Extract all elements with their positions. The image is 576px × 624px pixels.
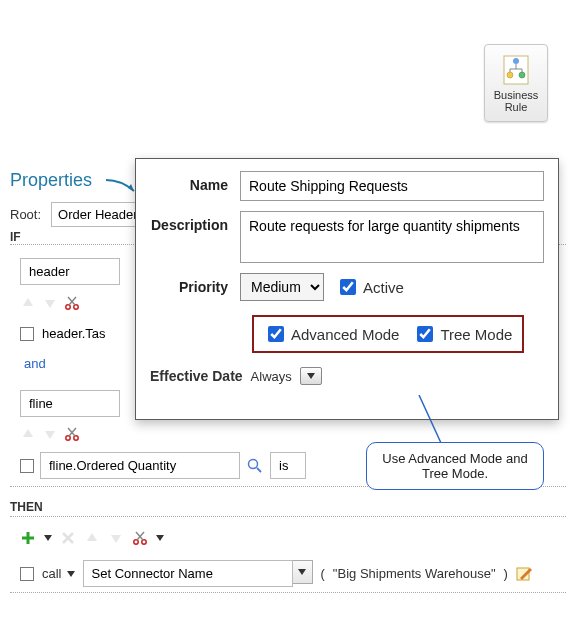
divider — [10, 592, 566, 593]
checkbox[interactable] — [20, 459, 34, 473]
edit-icon[interactable] — [516, 566, 532, 582]
action-dropdown-button[interactable] — [293, 560, 313, 584]
svg-point-6 — [507, 72, 513, 78]
move-up-icon[interactable] — [20, 295, 36, 311]
svg-line-17 — [257, 468, 261, 472]
condition-fline-input[interactable] — [20, 390, 120, 417]
root-input[interactable] — [51, 202, 146, 227]
business-rule-tile[interactable]: BusinessRule — [484, 44, 548, 122]
then-section-label: THEN — [10, 500, 43, 514]
rule-name-input[interactable] — [240, 171, 544, 201]
action-name-input[interactable] — [83, 560, 293, 587]
advanced-mode-wrapper[interactable]: Advanced Mode — [264, 323, 399, 345]
add-dropdown-icon[interactable] — [44, 535, 52, 541]
advanced-mode-label: Advanced Mode — [291, 326, 399, 343]
cut-icon[interactable] — [132, 530, 148, 546]
rule-description-input[interactable] — [240, 211, 544, 263]
callout-text: Use Advanced Mode and Tree Mode. — [382, 451, 527, 481]
svg-line-11 — [68, 297, 75, 305]
svg-line-24 — [137, 532, 144, 540]
delete-icon[interactable] — [60, 530, 76, 546]
effective-date-label: Effective Date — [150, 368, 243, 384]
checkbox[interactable] — [20, 567, 34, 581]
search-icon[interactable] — [246, 457, 264, 475]
properties-arrow-icon — [104, 176, 138, 196]
call-dropdown[interactable]: call — [42, 566, 75, 581]
properties-heading: Properties — [10, 170, 92, 191]
mode-highlight-box: Advanced Mode Tree Mode — [252, 315, 524, 353]
close-paren: ) — [504, 566, 508, 581]
open-paren: ( — [321, 566, 325, 581]
add-icon[interactable] — [20, 530, 36, 546]
svg-rect-19 — [22, 537, 34, 540]
condition-header-input[interactable] — [20, 258, 120, 285]
svg-point-1 — [513, 58, 519, 64]
priority-label: Priority — [150, 279, 240, 295]
call-label: call — [42, 566, 62, 581]
callout-connector — [415, 395, 455, 445]
rule-properties-panel: Name Description Priority Medium Active … — [135, 158, 559, 420]
priority-select[interactable]: Medium — [240, 273, 324, 301]
caret-down-icon — [67, 571, 75, 577]
checkbox[interactable] — [20, 327, 34, 341]
operator-input[interactable] — [270, 452, 306, 479]
active-label: Active — [363, 279, 404, 296]
if-section-label: IF — [10, 230, 21, 244]
effective-date-value: Always — [251, 369, 292, 384]
action-argument: "Big Shipments Warehouse" — [333, 566, 496, 581]
callout-tooltip: Use Advanced Mode and Tree Mode. — [366, 442, 544, 490]
svg-point-16 — [249, 459, 258, 468]
name-label: Name — [150, 171, 240, 193]
tree-mode-checkbox[interactable] — [417, 326, 433, 342]
description-label: Description — [150, 211, 240, 233]
svg-line-15 — [68, 428, 75, 436]
svg-line-14 — [69, 428, 76, 436]
tree-mode-wrapper[interactable]: Tree Mode — [413, 323, 512, 345]
expression-field-input[interactable] — [40, 452, 240, 479]
root-label: Root: — [10, 207, 41, 222]
cut-icon[interactable] — [64, 295, 80, 311]
move-down-icon[interactable] — [108, 530, 124, 546]
advanced-mode-checkbox[interactable] — [268, 326, 284, 342]
business-rule-icon — [499, 53, 533, 87]
cut-icon[interactable] — [64, 426, 80, 442]
cut-dropdown-icon[interactable] — [156, 535, 164, 541]
move-up-icon[interactable] — [20, 426, 36, 442]
svg-line-25 — [136, 532, 143, 540]
svg-line-10 — [69, 297, 76, 305]
svg-line-27 — [419, 395, 441, 443]
divider — [10, 516, 566, 517]
active-checkbox[interactable] — [340, 279, 356, 295]
svg-point-7 — [519, 72, 525, 78]
move-down-icon[interactable] — [42, 295, 58, 311]
condition-header-task-input[interactable] — [42, 321, 120, 346]
tree-mode-label: Tree Mode — [440, 326, 512, 343]
logical-and: and — [24, 356, 120, 371]
move-up-icon[interactable] — [84, 530, 100, 546]
business-rule-tile-label: BusinessRule — [494, 89, 539, 113]
effective-date-dropdown[interactable] — [300, 367, 322, 385]
move-down-icon[interactable] — [42, 426, 58, 442]
active-checkbox-wrapper[interactable]: Active — [336, 276, 404, 298]
